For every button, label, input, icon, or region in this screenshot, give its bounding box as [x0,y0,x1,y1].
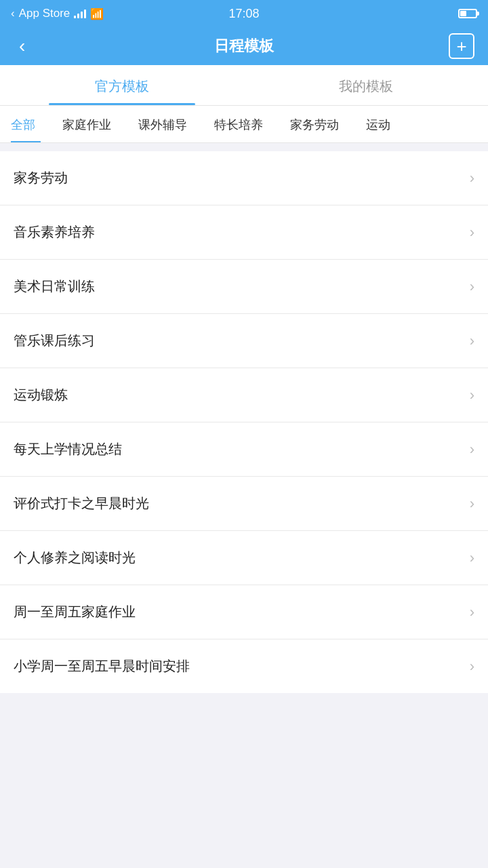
tab-mine[interactable]: 我的模板 [244,65,488,105]
list-item[interactable]: 小学周一至周五早晨时间安排 › [0,639,488,693]
list-item[interactable]: 评价式打卡之早晨时光 › [0,477,488,531]
page-title: 日程模板 [214,36,274,56]
chevron-left-icon: ‹ [11,7,15,20]
tab-bar: 官方模板 我的模板 [0,65,488,106]
category-all[interactable]: 全部 [11,106,49,142]
chevron-right-icon: › [470,604,474,621]
chevron-right-icon: › [470,278,474,296]
time-display: 17:08 [228,7,259,21]
list-item[interactable]: 美术日常训练 › [0,260,488,314]
category-sports[interactable]: 运动 [352,106,404,142]
add-button[interactable]: + [449,33,474,59]
category-bar: 全部 家庭作业 课外辅导 特长培养 家务劳动 运动 [0,106,488,143]
chevron-right-icon: › [470,332,474,350]
back-icon: ‹ [19,35,25,57]
status-bar: ‹ App Store 📶 17:08 [0,0,488,27]
list-item[interactable]: 运动锻炼 › [0,368,488,422]
signal-icon [74,9,86,18]
list-item[interactable]: 每天上学情况总结 › [0,422,488,477]
chevron-right-icon: › [470,224,474,241]
template-list: 家务劳动 › 音乐素养培养 › 美术日常训练 › 管乐课后练习 › 运动锻炼 ›… [0,151,488,693]
chevron-right-icon: › [470,495,474,513]
list-item[interactable]: 个人修养之阅读时光 › [0,531,488,585]
wifi-icon: 📶 [90,7,104,20]
battery-icon [458,9,477,18]
chevron-right-icon: › [470,658,474,675]
chevron-right-icon: › [470,170,474,187]
list-item[interactable]: 音乐素养培养 › [0,205,488,260]
list-item[interactable]: 管乐课后练习 › [0,314,488,368]
chevron-right-icon: › [470,387,474,404]
category-homework[interactable]: 家庭作业 [49,106,125,142]
chevron-right-icon: › [470,549,474,567]
nav-bar: ‹ 日程模板 + [0,27,488,65]
status-right [458,9,477,18]
chevron-right-icon: › [470,441,474,458]
tab-official[interactable]: 官方模板 [0,65,244,105]
status-left: ‹ App Store 📶 [11,7,104,20]
back-button[interactable]: ‹ [14,30,30,62]
list-item[interactable]: 周一至周五家庭作业 › [0,585,488,639]
carrier-label: App Store [19,7,70,20]
category-tutoring[interactable]: 课外辅导 [125,106,201,142]
list-item[interactable]: 家务劳动 › [0,151,488,205]
add-icon: + [456,37,466,55]
category-specialty[interactable]: 特长培养 [201,106,277,142]
category-chores[interactable]: 家务劳动 [277,106,352,142]
